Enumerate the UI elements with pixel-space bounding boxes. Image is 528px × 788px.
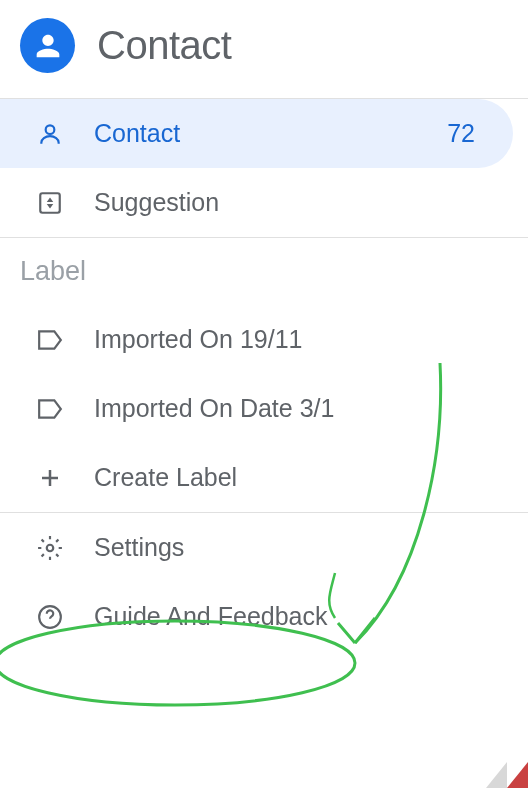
plus-icon xyxy=(36,464,64,492)
nav-label-settings: Settings xyxy=(94,533,500,562)
label-item-imported-1911[interactable]: Imported On 19/11 xyxy=(0,305,528,374)
svg-rect-1 xyxy=(40,193,60,213)
person-icon xyxy=(36,120,64,148)
contact-count: 72 xyxy=(447,119,475,148)
label-icon xyxy=(36,326,64,354)
gear-icon xyxy=(36,534,64,562)
create-label-button[interactable]: Create Label xyxy=(0,443,528,512)
app-header: Contact xyxy=(0,0,528,98)
nav-item-guide[interactable]: Guide And Feedback xyxy=(0,582,528,651)
svg-marker-5 xyxy=(486,762,507,788)
svg-point-2 xyxy=(47,544,54,551)
nav-item-settings[interactable]: Settings xyxy=(0,513,528,582)
label-text: Imported On Date 3/1 xyxy=(94,394,500,423)
help-icon xyxy=(36,603,64,631)
watermark-logo xyxy=(486,762,528,788)
svg-point-0 xyxy=(46,125,55,134)
nav-label-contact: Contact xyxy=(94,119,417,148)
label-icon xyxy=(36,395,64,423)
nav-item-suggestion[interactable]: Suggestion xyxy=(0,168,528,237)
app-title: Contact xyxy=(97,23,231,68)
label-item-imported-31[interactable]: Imported On Date 3/1 xyxy=(0,374,528,443)
nav-item-contact[interactable]: Contact 72 xyxy=(0,99,513,168)
label-text: Imported On 19/11 xyxy=(94,325,500,354)
section-title-label: Label xyxy=(0,238,528,305)
contacts-app-icon xyxy=(20,18,75,73)
svg-marker-6 xyxy=(507,762,528,788)
create-label-text: Create Label xyxy=(94,463,500,492)
suggestion-icon xyxy=(36,189,64,217)
nav-label-suggestion: Suggestion xyxy=(94,188,500,217)
nav-label-guide: Guide And Feedback xyxy=(94,602,500,631)
